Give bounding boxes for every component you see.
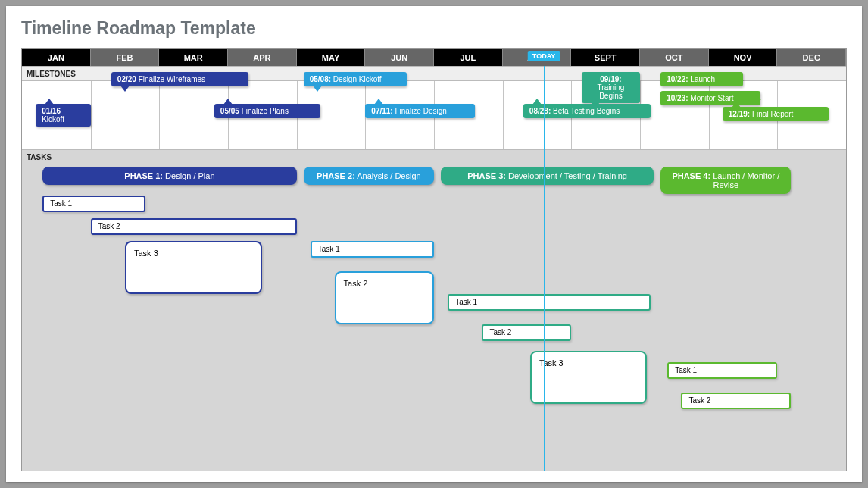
milestone-0919[interactable]: 09/19:TrainingBegins (582, 72, 640, 103)
task-item[interactable]: Task 3 (530, 351, 647, 404)
task-item[interactable]: Task 3 (125, 241, 262, 294)
milestone-1219[interactable]: 12/19: Final Report (723, 107, 829, 121)
month-sept: SEPT (571, 49, 640, 66)
tasks-plot: PHASE 1: Design / PlanPHASE 2: Analysis … (22, 150, 846, 471)
phase-bar[interactable]: PHASE 4: Launch / Monitor / Revise (660, 167, 791, 194)
milestone-0828[interactable]: 08/28: Beta Testing Begins (523, 104, 651, 118)
task-item[interactable]: Task 2 (335, 271, 434, 324)
roadmap-canvas: Timeline Roadmap Template JANFEBMARAPRMA… (6, 6, 862, 482)
milestone-0220[interactable]: 02/20 Finalize Wireframes (111, 72, 248, 86)
phase-bar[interactable]: PHASE 3: Development / Testing / Trainin… (441, 167, 654, 185)
month-header-row: JANFEBMARAPRMAYJUNJULAUGSEPTOCTNOVDEC (22, 49, 846, 66)
milestones-section: MILESTONES 01/16 Kickoff02/20 Finalize W… (22, 66, 846, 134)
tasks-section: TASKS PHASE 1: Design / PlanPHASE 2: Ana… (22, 149, 846, 471)
milestone-0116[interactable]: 01/16 Kickoff (36, 104, 91, 127)
plot-area: MILESTONES 01/16 Kickoff02/20 Finalize W… (22, 66, 846, 471)
month-mar: MAR (159, 49, 228, 66)
page-title: Timeline Roadmap Template (21, 18, 256, 39)
phase-bar[interactable]: PHASE 1: Design / Plan (42, 167, 296, 185)
task-item[interactable]: Task 1 (311, 241, 434, 258)
task-item[interactable]: Task 2 (482, 324, 571, 341)
task-item[interactable]: Task 2 (681, 393, 791, 409)
task-item[interactable]: Task 1 (667, 362, 777, 379)
task-item[interactable]: Task 1 (42, 196, 145, 212)
task-item[interactable]: Task 1 (448, 294, 650, 311)
milestone-0711[interactable]: 07/11: Finalize Design (365, 104, 475, 118)
milestone-1023[interactable]: 10/23: Monitor Start (660, 91, 760, 105)
month-dec: DEC (777, 49, 846, 66)
month-jul: JUL (434, 49, 503, 66)
month-oct: OCT (640, 49, 709, 66)
month-jan: JAN (22, 49, 91, 66)
month-nov: NOV (709, 49, 778, 66)
milestone-0508[interactable]: 05/08: Design Kickoff (304, 72, 407, 86)
phase-bar[interactable]: PHASE 2: Analysis / Design (304, 167, 434, 185)
timeline-chart: JANFEBMARAPRMAYJUNJULAUGSEPTOCTNOVDEC MI… (21, 48, 847, 471)
task-item[interactable]: Task 2 (91, 218, 297, 235)
milestone-0505[interactable]: 05/05 Finalize Plans (214, 104, 321, 118)
milestones-plot: 01/16 Kickoff02/20 Finalize Wireframes05… (22, 66, 846, 134)
month-apr: APR (228, 49, 297, 66)
today-label: TODAY (528, 51, 560, 61)
month-jun: JUN (365, 49, 434, 66)
month-feb: FEB (91, 49, 160, 66)
milestone-1022[interactable]: 10/22: Launch (660, 72, 743, 86)
month-may: MAY (297, 49, 366, 66)
